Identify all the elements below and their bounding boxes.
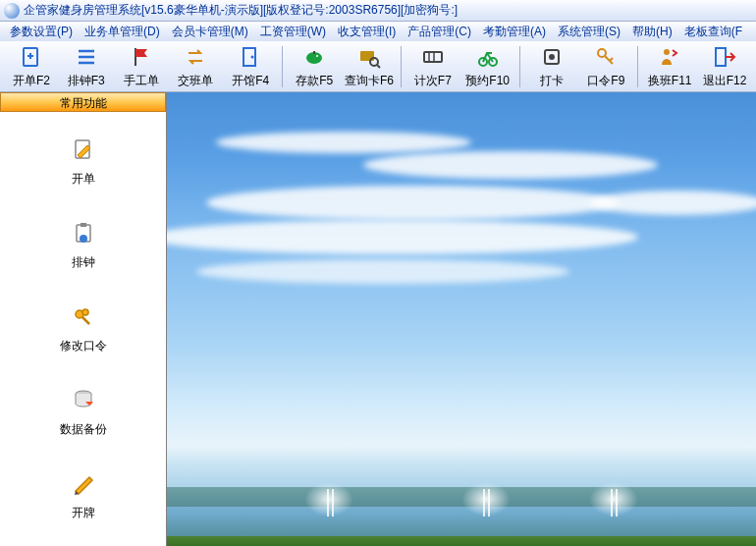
toolbar-btn-label: 退出F12: [703, 73, 747, 89]
menu-item-3[interactable]: 工资管理(W): [254, 24, 332, 40]
svg-point-12: [549, 54, 555, 60]
menu-item-1[interactable]: 业务单管理(D): [79, 24, 166, 40]
menu-bar: 参数设置(P)业务单管理(D)会员卡管理(M)工资管理(W)收支管理(I)产品管…: [0, 22, 756, 41]
sidebar-item-2[interactable]: 修改口令: [0, 299, 166, 355]
exit-icon: [711, 43, 738, 71]
toolbar: 开单F2排钟F3手工单交班单开馆F4存款F5查询卡F6计次F7预约F10打卡口令…: [0, 41, 756, 92]
toolbar-btn-punch[interactable]: 打卡: [524, 43, 579, 89]
svg-rect-15: [716, 48, 726, 66]
toolbar-btn-label: 存款F5: [296, 73, 333, 89]
sidebar-item-0[interactable]: 开单: [0, 132, 166, 188]
toolbar-separator: [637, 46, 638, 87]
svg-point-14: [664, 49, 670, 55]
title-bar: 企管家健身房管理系统[v15.6豪华单机-演示版][版权登记号:2003SR67…: [0, 0, 756, 22]
menu-item-6[interactable]: 考勤管理(A): [477, 24, 552, 40]
sidebar-title: 常用功能: [0, 92, 166, 112]
toolbar-btn-label: 交班单: [178, 73, 213, 89]
svg-point-4: [316, 55, 318, 57]
db-backup-icon: [66, 382, 101, 417]
toolbar-btn-label: 预约F10: [465, 73, 510, 89]
sidebar-item-3[interactable]: 数据备份: [0, 382, 166, 438]
window-title: 企管家健身房管理系统[v15.6豪华单机-演示版][版权登记号:2003SR67…: [24, 2, 458, 19]
menu-item-8[interactable]: 帮助(H): [626, 24, 678, 40]
toolbar-btn-label: 计次F7: [414, 73, 452, 89]
toolbar-separator: [401, 46, 402, 87]
toolbar-btn-counter[interactable]: 计次F7: [405, 43, 460, 89]
sidebar-item-1[interactable]: 排钟: [0, 215, 166, 271]
svg-point-2: [251, 56, 254, 59]
sidebar-item-label: 修改口令: [60, 338, 107, 355]
toolbar-btn-flag[interactable]: 手工单: [114, 43, 169, 89]
menu-item-9[interactable]: 老板查询(F: [678, 24, 748, 40]
piggy-icon: [300, 43, 328, 71]
toolbar-btn-label: 手工单: [124, 73, 159, 89]
sidebar-item-label: 数据备份: [60, 421, 107, 438]
toolbar-btn-label: 换班F11: [648, 73, 692, 89]
sidebar-item-label: 排钟: [72, 254, 95, 271]
bike-icon: [474, 43, 502, 71]
keys-icon: [66, 299, 101, 334]
toolbar-separator: [282, 46, 283, 87]
toolbar-btn-swap[interactable]: 交班单: [169, 43, 224, 89]
toolbar-btn-exit[interactable]: 退出F12: [697, 43, 752, 89]
toolbar-btn-search-card[interactable]: 查询卡F6: [342, 43, 397, 89]
flag-icon: [128, 43, 155, 71]
toolbar-btn-bars[interactable]: 排钟F3: [59, 43, 114, 89]
toolbar-btn-label: 口令F9: [587, 73, 624, 89]
menu-item-5[interactable]: 产品管理(C): [402, 24, 477, 40]
bars-icon: [73, 43, 100, 71]
swap-icon: [182, 43, 209, 71]
counter-icon: [419, 43, 447, 71]
door-icon: [237, 43, 264, 71]
sidebar-item-4[interactable]: 开牌: [0, 465, 166, 521]
sidebar-item-label: 开牌: [72, 505, 95, 521]
pencil-icon: [66, 465, 101, 501]
toolbar-btn-label: 排钟F3: [68, 73, 105, 89]
search-card-icon: [355, 43, 383, 71]
sidebar: 常用功能 开单排钟修改口令数据备份开牌: [0, 92, 167, 546]
doc-pencil-icon: [66, 132, 101, 167]
toolbar-separator: [519, 46, 520, 87]
toolbar-btn-label: 查询卡F6: [345, 73, 394, 89]
svg-rect-8: [424, 52, 442, 62]
svg-rect-5: [313, 51, 315, 54]
toolbar-btn-label: 开馆F4: [232, 73, 269, 89]
menu-item-7[interactable]: 系统管理(S): [552, 24, 626, 40]
svg-rect-18: [81, 223, 86, 227]
background-image: [167, 92, 756, 546]
toolbar-btn-door[interactable]: 开馆F4: [223, 43, 278, 89]
key-icon: [592, 43, 620, 71]
toolbar-btn-label: 打卡: [540, 73, 564, 89]
sidebar-item-label: 开单: [72, 171, 95, 188]
toolbar-btn-label: 开单F2: [13, 73, 50, 89]
menu-item-2[interactable]: 会员卡管理(M): [166, 24, 254, 40]
menu-item-0[interactable]: 参数设置(P): [4, 24, 79, 40]
punch-icon: [538, 43, 566, 71]
toolbar-btn-key[interactable]: 口令F9: [578, 43, 633, 89]
toolbar-btn-person-swap[interactable]: 换班F11: [642, 43, 697, 89]
toolbar-btn-piggy[interactable]: 存款F5: [287, 43, 342, 89]
person-swap-icon: [656, 43, 683, 71]
app-icon: [4, 3, 20, 19]
toolbar-btn-doc-plus[interactable]: 开单F2: [4, 43, 59, 89]
svg-point-21: [82, 309, 88, 315]
doc-plus-icon: [18, 43, 45, 71]
svg-point-19: [80, 235, 87, 243]
toolbar-btn-bike[interactable]: 预约F10: [460, 43, 515, 89]
svg-point-13: [598, 49, 606, 57]
menu-item-4[interactable]: 收支管理(I): [332, 24, 402, 40]
content-area: [167, 92, 756, 546]
clipboard-person-icon: [66, 215, 101, 250]
